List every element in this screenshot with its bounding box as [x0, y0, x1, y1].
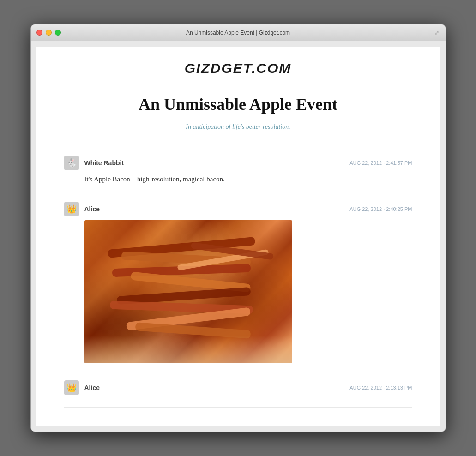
comment-3: 👑 Alice AUG 22, 2012 · 2:13:13 PM [64, 372, 412, 408]
maximize-button[interactable] [55, 30, 61, 36]
comment-time-2: AUG 22, 2012 · 2:40:25 PM [349, 206, 412, 212]
comment-author-1: White Rabbit [84, 159, 350, 167]
comment-time-3: AUG 22, 2012 · 2:13:13 PM [349, 385, 412, 390]
comment-image-2 [84, 220, 412, 363]
comment-header-3: 👑 Alice AUG 22, 2012 · 2:13:13 PM [64, 380, 412, 395]
comment-list: 🐇 White Rabbit AUG 22, 2012 · 2:41:57 PM… [64, 147, 412, 408]
bacon-strips [103, 229, 278, 349]
browser-window: An Unmissable Apple Event | Gizdget.com … [30, 24, 446, 432]
comment-2: 👑 Alice AUG 22, 2012 · 2:40:25 PM [64, 193, 412, 372]
close-button[interactable] [36, 30, 42, 36]
comment-1: 🐇 White Rabbit AUG 22, 2012 · 2:41:57 PM… [64, 147, 412, 193]
window-controls [36, 30, 61, 36]
webpage: GIZDGET.COM An Unmissable Apple Event In… [36, 47, 440, 426]
browser-title: An Unmissable Apple Event | Gizdget.com [186, 30, 290, 36]
comment-body-1: It's Apple Bacon – high-resolution, magi… [84, 174, 412, 185]
comment-author-2: Alice [84, 205, 350, 213]
comment-header-1: 🐇 White Rabbit AUG 22, 2012 · 2:41:57 PM [64, 156, 412, 170]
browser-content: GIZDGET.COM An Unmissable Apple Event In… [31, 41, 446, 432]
avatar-3: 👑 [64, 380, 79, 395]
minimize-button[interactable] [46, 30, 52, 36]
avatar-1: 🐇 [64, 156, 79, 170]
comment-author-3: Alice [84, 384, 350, 391]
titlebar: An Unmissable Apple Event | Gizdget.com … [31, 24, 446, 41]
site-logo: GIZDGET.COM [64, 60, 412, 76]
avatar-2: 👑 [64, 202, 79, 216]
comment-time-1: AUG 22, 2012 · 2:41:57 PM [349, 160, 412, 166]
comment-header-2: 👑 Alice AUG 22, 2012 · 2:40:25 PM [64, 202, 412, 216]
bacon-strip-8 [135, 322, 251, 338]
article-title: An Unmissable Apple Event [64, 95, 412, 114]
logo-text: GIZDGET.COM [185, 60, 291, 76]
bacon-photo [84, 220, 292, 363]
resize-icon: ⤢ [434, 30, 441, 36]
article-subtitle: In anticipation of life's better resolut… [64, 123, 412, 131]
